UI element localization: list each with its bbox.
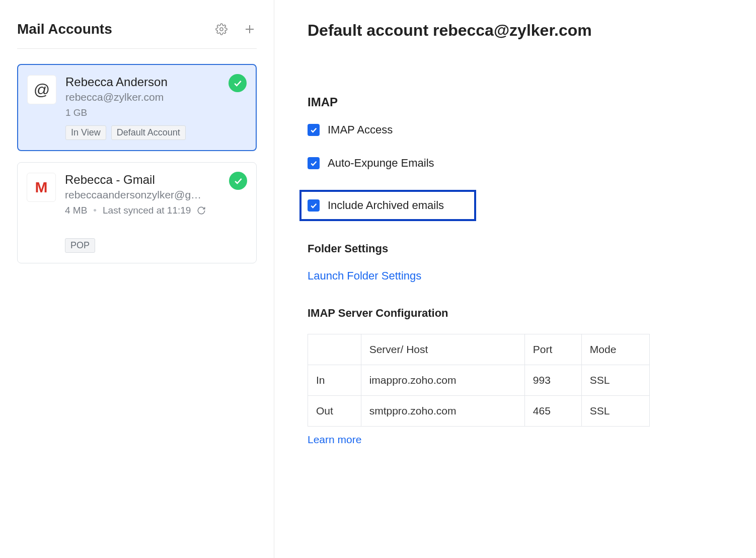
- sidebar-header: Mail Accounts: [17, 21, 257, 49]
- server-config-title: IMAP Server Configuration: [308, 307, 726, 320]
- account-email: rebecca@zylker.com: [65, 91, 247, 103]
- account-name: Rebecca Anderson: [65, 75, 247, 89]
- main-panel: Default account rebecca@zylker.com IMAP …: [274, 0, 756, 558]
- imap-access-row[interactable]: IMAP Access: [308, 123, 726, 136]
- refresh-icon[interactable]: [197, 206, 206, 215]
- checkbox-checked-icon[interactable]: [308, 157, 320, 169]
- tag-in-view: In View: [65, 125, 106, 140]
- include-archived-row[interactable]: Include Archived emails: [299, 190, 476, 221]
- dot-separator: •: [93, 205, 97, 216]
- imap-access-label: IMAP Access: [328, 123, 393, 136]
- gmail-icon: M: [27, 173, 56, 202]
- server-config-table: Server/ Host Port Mode In imappro.zoho.c…: [308, 334, 650, 427]
- auto-expunge-label: Auto-Expunge Emails: [328, 157, 434, 170]
- tag-pop: POP: [65, 238, 95, 253]
- account-size: 4 MB: [65, 205, 87, 216]
- account-tags: POP: [65, 238, 247, 253]
- sidebar-title: Mail Accounts: [17, 21, 112, 37]
- launch-folder-settings-link[interactable]: Launch Folder Settings: [308, 269, 421, 283]
- auto-expunge-row[interactable]: Auto-Expunge Emails: [308, 157, 726, 170]
- account-name: Rebecca - Gmail: [65, 173, 247, 187]
- col-mode: Mode: [581, 334, 649, 365]
- add-account-icon[interactable]: [243, 22, 257, 36]
- table-row: Out smtppro.zoho.com 465 SSL: [308, 396, 650, 427]
- account-synced: Last synced at 11:19: [103, 205, 191, 216]
- folder-settings-title: Folder Settings: [308, 242, 726, 255]
- account-card-rebecca[interactable]: @ Rebecca Anderson rebecca@zylker.com 1 …: [17, 64, 257, 151]
- header-icons: [214, 22, 257, 36]
- at-icon: @: [27, 75, 56, 104]
- gear-icon[interactable]: [214, 22, 229, 36]
- col-server: Server/ Host: [361, 334, 524, 365]
- tag-default-account: Default Account: [111, 125, 186, 140]
- col-port: Port: [524, 334, 581, 365]
- table-row: In imappro.zoho.com 993 SSL: [308, 365, 650, 396]
- account-meta: 4 MB • Last synced at 11:19: [65, 205, 247, 216]
- imap-heading: IMAP: [308, 95, 726, 109]
- table-header-row: Server/ Host Port Mode: [308, 334, 650, 365]
- sidebar: Mail Accounts @ Rebecca Anderson rebecca…: [0, 0, 274, 558]
- page-title: Default account rebecca@zylker.com: [308, 21, 726, 40]
- learn-more-link[interactable]: Learn more: [308, 434, 726, 446]
- svg-point-0: [220, 28, 223, 31]
- checkbox-checked-icon[interactable]: [308, 124, 320, 136]
- checkbox-checked-icon[interactable]: [308, 199, 320, 212]
- account-tags: In View Default Account: [65, 125, 247, 140]
- col-blank: [308, 334, 361, 365]
- account-email: rebeccaandersonzylker@g…: [65, 189, 247, 201]
- check-icon: [229, 172, 247, 190]
- account-size: 1 GB: [65, 107, 247, 118]
- account-card-gmail[interactable]: M Rebecca - Gmail rebeccaandersonzylker@…: [17, 162, 257, 263]
- check-icon: [229, 74, 247, 92]
- include-archived-label: Include Archived emails: [328, 199, 444, 212]
